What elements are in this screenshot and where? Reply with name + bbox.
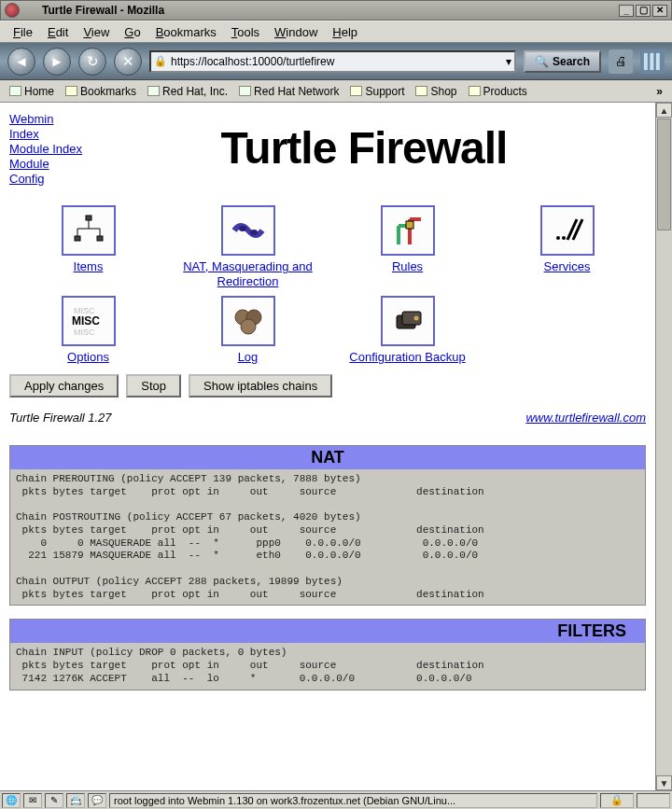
- link-index[interactable]: Index: [9, 127, 82, 141]
- mail-icon[interactable]: ✉: [23, 793, 42, 808]
- url-bar[interactable]: 🔒 ▾: [149, 50, 516, 73]
- bm-shop[interactable]: Shop: [412, 84, 460, 99]
- link-webmin[interactable]: Webmin: [9, 112, 82, 126]
- items-icon[interactable]: [62, 205, 116, 256]
- mozilla-icon: [5, 3, 20, 18]
- bm-bookmarks[interactable]: Bookmarks: [62, 84, 140, 99]
- nat-section: NAT Chain PREROUTING (policy ACCEPT 139 …: [9, 445, 646, 607]
- menu-view[interactable]: View: [76, 23, 117, 41]
- svg-rect-16: [406, 221, 413, 229]
- security-indicator[interactable]: 🔒: [600, 793, 634, 808]
- action-buttons: Apply changes Stop Show iptables chains: [9, 374, 646, 398]
- menu-tools[interactable]: Tools: [224, 23, 267, 41]
- mozilla-throbber-icon: [640, 49, 665, 74]
- site-link[interactable]: www.turtlefirewall.com: [525, 411, 646, 425]
- link-module[interactable]: Module: [9, 157, 82, 171]
- link-config[interactable]: Config: [9, 172, 82, 186]
- bm-products[interactable]: Products: [465, 84, 531, 99]
- bookmark-icon: [147, 86, 160, 96]
- folder-icon: [65, 86, 77, 96]
- back-button[interactable]: ◄: [7, 48, 35, 76]
- link-items[interactable]: Items: [74, 259, 104, 274]
- log-icon[interactable]: [221, 296, 275, 346]
- apply-changes-button[interactable]: Apply changes: [9, 374, 119, 398]
- nat-title: NAT: [10, 446, 645, 469]
- link-options[interactable]: Options: [67, 350, 109, 365]
- svg-point-10: [239, 226, 246, 231]
- backup-icon[interactable]: [381, 296, 435, 346]
- filters-section: FILTERS Chain INPUT (policy DROP 0 packe…: [9, 619, 646, 690]
- svg-rect-8: [75, 236, 80, 241]
- menu-window[interactable]: Window: [267, 23, 325, 41]
- search-label: Search: [553, 55, 590, 68]
- forward-button[interactable]: ►: [43, 48, 71, 76]
- svg-point-26: [241, 319, 256, 334]
- scroll-down-icon[interactable]: ▼: [656, 775, 672, 790]
- addressbook-icon[interactable]: 📇: [66, 793, 85, 808]
- svg-rect-0: [644, 52, 648, 69]
- cell-options: MISCMISCMISC Options: [9, 296, 167, 365]
- bm-home[interactable]: Home: [6, 84, 58, 99]
- print-button[interactable]: 🖨: [609, 49, 633, 74]
- content-area: Webmin Index Module Index Module Config …: [0, 103, 672, 790]
- irc-icon[interactable]: 💬: [88, 793, 106, 808]
- composer-icon[interactable]: ✎: [45, 793, 63, 808]
- navigator-icon[interactable]: 🌐: [2, 793, 21, 808]
- window-title: Turtle Firewall - Mozilla: [42, 4, 617, 17]
- menu-edit[interactable]: Edit: [40, 23, 76, 41]
- cell-backup: Configuration Backup: [329, 296, 486, 365]
- menu-file[interactable]: File: [6, 23, 40, 41]
- vertical-scrollbar[interactable]: ▲ ▼: [655, 103, 672, 790]
- nat-body: Chain PREROUTING (policy ACCEPT 139 pack…: [10, 469, 645, 606]
- link-module-index[interactable]: Module Index: [9, 142, 82, 156]
- close-button[interactable]: ✕: [652, 5, 667, 17]
- scroll-up-icon[interactable]: ▲: [656, 103, 672, 118]
- services-icon[interactable]: [540, 205, 595, 256]
- stop-button-page[interactable]: Stop: [126, 374, 181, 398]
- bm-redhat[interactable]: Red Hat, Inc.: [144, 84, 231, 99]
- bm-support[interactable]: Support: [346, 84, 408, 99]
- statusbar: 🌐 ✉ ✎ 📇 💬 root logged into Webmin 1.130 …: [0, 790, 672, 809]
- svg-rect-9: [97, 236, 103, 241]
- svg-text:MISC: MISC: [72, 314, 100, 328]
- bm-rhn[interactable]: Red Hat Network: [235, 84, 343, 99]
- bookmark-icon: [239, 86, 251, 96]
- menu-go[interactable]: Go: [117, 23, 147, 41]
- reload-button[interactable]: ↻: [78, 48, 106, 76]
- lock-icon: 🔒: [154, 55, 167, 67]
- link-rules[interactable]: Rules: [392, 259, 423, 274]
- cell-nat: NAT, Masquerading and Redirection: [169, 205, 327, 288]
- filters-body: Chain INPUT (policy DROP 0 packets, 0 by…: [10, 643, 645, 689]
- maximize-button[interactable]: ▢: [636, 5, 651, 17]
- bookmark-overflow[interactable]: »: [652, 85, 666, 98]
- link-services[interactable]: Services: [544, 259, 591, 274]
- nav-toolbar: ◄ ► ↻ ✕ 🔒 ▾ 🔍 Search 🖨: [0, 43, 672, 80]
- side-nav-links: Webmin Index Module Index Module Config: [9, 108, 82, 187]
- rules-icon[interactable]: [381, 205, 435, 256]
- minimize-button[interactable]: _: [619, 5, 634, 17]
- scroll-track[interactable]: [656, 231, 672, 775]
- scroll-thumb[interactable]: [657, 119, 671, 230]
- menu-bookmarks[interactable]: Bookmarks: [148, 23, 224, 41]
- url-input[interactable]: [171, 55, 506, 68]
- options-icon[interactable]: MISCMISCMISC: [62, 296, 116, 346]
- folder-icon: [469, 86, 481, 96]
- svg-point-18: [562, 236, 566, 240]
- version-text: Turtle Firewall 1.27: [9, 411, 112, 425]
- link-backup[interactable]: Configuration Backup: [349, 350, 465, 365]
- link-nat[interactable]: NAT, Masquerading and Redirection: [169, 259, 327, 288]
- offline-indicator[interactable]: [637, 793, 670, 808]
- footer-row: Turtle Firewall 1.27 www.turtlefirewall.…: [9, 411, 646, 425]
- svg-point-11: [250, 230, 258, 235]
- page-body: Webmin Index Module Index Module Config …: [0, 103, 655, 790]
- menubar: File Edit View Go Bookmarks Tools Window…: [0, 21, 672, 43]
- folder-icon: [350, 86, 362, 96]
- link-log[interactable]: Log: [238, 350, 259, 365]
- show-iptables-button[interactable]: Show iptables chains: [189, 374, 332, 398]
- search-button[interactable]: 🔍 Search: [524, 50, 601, 73]
- url-dropdown-icon[interactable]: ▾: [506, 55, 511, 68]
- cell-services: Services: [488, 205, 646, 288]
- menu-help[interactable]: Help: [325, 23, 365, 41]
- nat-icon[interactable]: [221, 205, 275, 256]
- stop-button[interactable]: ✕: [114, 48, 142, 76]
